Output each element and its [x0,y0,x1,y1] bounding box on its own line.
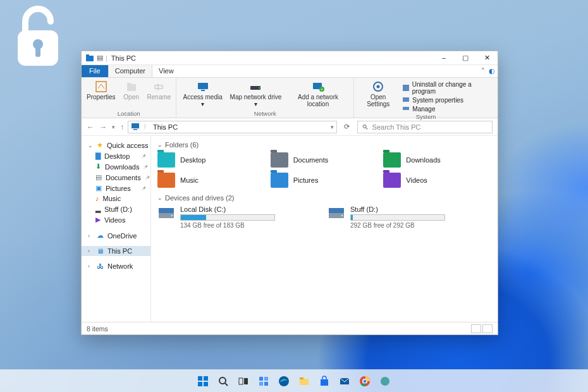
nav-back-icon[interactable]: ← [87,123,94,132]
svg-rect-8 [155,85,162,89]
chrome-icon[interactable] [358,374,372,388]
folder-label: Downloads [406,156,440,164]
search-box[interactable]: 🔍︎ Search This PC [357,121,493,133]
sidebar-item-label: Documents [106,174,141,181]
svg-rect-37 [244,378,248,384]
add-network-location-button[interactable]: + Add a network location [288,80,348,107]
pc-icon: 🖥︎ [97,247,104,255]
system-properties-button[interactable]: System properties [402,96,493,104]
edge-icon[interactable] [277,374,291,388]
start-icon[interactable] [196,374,210,388]
address-dropdown-icon[interactable]: ▾ [331,124,334,130]
view-details-button[interactable] [471,324,481,333]
sidebar-item-downloads[interactable]: ⬇Downloads📌︎ [82,161,150,172]
menu-view[interactable]: View [152,65,181,77]
drive-label: Local Disk (C:) [180,205,321,213]
chevron-down-icon: ⌄ [157,142,162,148]
drive-item[interactable]: Local Disk (C:)134 GB free of 183 GB [157,205,321,229]
svg-rect-44 [300,377,303,379]
drive-label: Stuff (D:) [350,205,491,213]
folder-label: Music [180,176,199,184]
explorer-icon[interactable] [297,374,311,388]
svg-rect-22 [132,123,139,128]
sidebar-onedrive[interactable]: ›☁OneDrive [82,230,150,241]
folder-item[interactable]: Pictures [271,173,379,188]
folder-item[interactable]: Music [157,173,266,188]
ribbon-collapse-icon[interactable]: ˄ [481,67,485,75]
close-button[interactable]: ✕ [476,51,498,65]
sidebar-item-music[interactable]: ♪Music [82,193,150,204]
view-large-button[interactable] [482,324,493,333]
menu-computer[interactable]: Computer [108,65,152,77]
open-settings-label: Open Settings [359,94,397,107]
file-explorer-window: ▤ | This PC − ▢ ✕ File Computer View ˄ ◐… [81,51,498,335]
sidebar-this-pc[interactable]: ›🖥︎This PC [82,246,150,256]
rename-button: Rename [147,80,171,101]
mail-icon[interactable] [338,374,352,388]
sidebar-item-label: Music [103,195,121,202]
folder-icon [383,173,401,188]
svg-point-49 [364,379,367,383]
svg-rect-45 [321,379,328,386]
sidebar-item-stuff[interactable]: ▂Stuff (D:) [82,204,150,214]
folders-section-header[interactable]: ⌄ Folders (6) [157,141,491,149]
folder-item[interactable]: Desktop [157,152,266,168]
titlebar[interactable]: ▤ | This PC − ▢ ✕ [82,51,498,65]
svg-rect-41 [264,382,268,386]
nav-history-icon[interactable]: ▾ [112,124,115,130]
nav-forward-icon[interactable]: → [99,123,107,132]
breadcrumb-chevron-icon[interactable]: 〉 [144,123,149,131]
map-drive-label: Map network drive ▾ [229,94,283,107]
drives-section-header[interactable]: ⌄ Devices and drives (2) [157,194,491,202]
folder-label: Videos [406,176,427,184]
sidebar-item-pictures[interactable]: ▣Pictures📌︎ [82,183,150,193]
drive-free-text: 292 GB free of 292 GB [350,222,491,229]
map-drive-button[interactable]: Map network drive ▾ [229,80,283,107]
sidebar-item-videos[interactable]: ▶Videos [82,214,150,225]
uninstall-program-button[interactable]: Uninstall or change a program [402,81,493,95]
svg-rect-38 [259,377,263,381]
svg-rect-11 [201,90,205,91]
breadcrumb-this-pc[interactable]: This PC [153,123,178,131]
access-media-button[interactable]: Access media ▾ [181,80,224,107]
drive-item[interactable]: Stuff (D:)292 GB free of 292 GB [328,205,491,229]
sidebar-network[interactable]: ›🖧︎Network [82,261,150,271]
folder-item[interactable]: Documents [271,152,379,168]
help-icon[interactable]: ◐ [489,67,495,75]
sidebar-quick-access[interactable]: ⌄ ★ Quick access [82,140,150,150]
sidebar-item-documents[interactable]: ▤Documents📌︎ [82,172,150,183]
search-placeholder: Search This PC [372,123,421,131]
menu-file[interactable]: File [82,65,108,77]
minimize-button[interactable]: − [433,51,455,65]
manage-button[interactable]: Manage [402,105,493,113]
svg-rect-39 [264,377,268,381]
svg-rect-3 [86,56,94,61]
properties-label: Properties [87,94,116,101]
open-settings-button[interactable]: Open Settings [359,80,397,107]
folder-icon [157,152,175,168]
folder-item[interactable]: Downloads [383,152,491,168]
svg-rect-19 [403,85,409,91]
search-icon[interactable] [216,374,230,388]
store-icon[interactable] [317,374,331,388]
maximize-button[interactable]: ▢ [455,51,476,65]
properties-button[interactable]: Properties [87,80,116,101]
address-bar[interactable]: 〉 This PC ▾ [128,121,337,133]
sidebar-this-pc-label: This PC [107,247,132,255]
sidebar-item-label: Desktop [104,152,130,160]
ribbon: Properties Open Rename Location Access m… [82,78,498,118]
misc-app-icon[interactable] [378,374,392,388]
svg-rect-31 [204,376,208,381]
open-button: Open [121,80,142,101]
task-view-icon[interactable] [236,374,250,388]
qat-save-icon[interactable]: ▤ [97,54,103,62]
pin-icon: 📌︎ [141,185,147,192]
nav-up-icon[interactable]: ↑ [120,123,124,132]
widgets-icon[interactable] [257,374,271,388]
sidebar-item-desktop[interactable]: ▇Desktop📌︎ [82,150,150,161]
sidebar-item-label: Videos [104,216,125,224]
folder-label: Documents [293,156,329,164]
refresh-button[interactable]: ⟳ [341,123,353,131]
folder-item[interactable]: Videos [383,173,491,188]
open-label: Open [123,94,138,101]
